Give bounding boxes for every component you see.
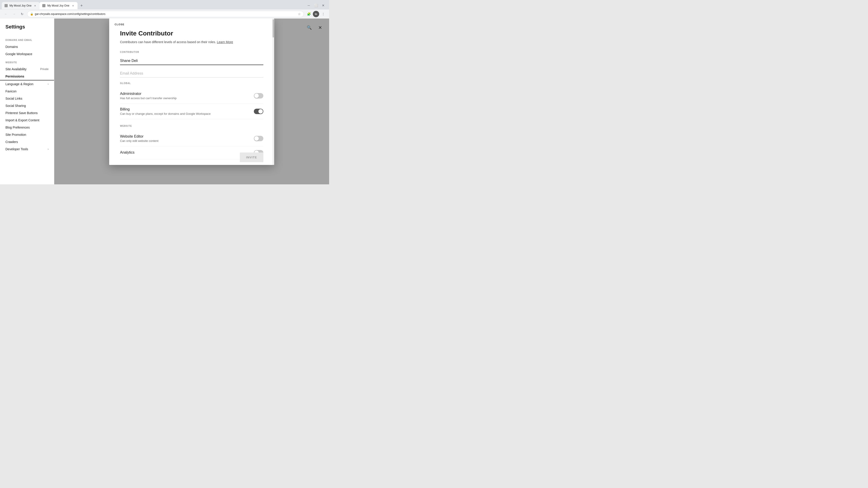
browser-chrome: My Mood Joy One ✕ My Mood Joy One ✕ + ─ … (0, 0, 329, 19)
sidebar-item-blog-preferences[interactable]: Blog Preferences (0, 124, 54, 131)
lock-icon: 🔒 (30, 12, 33, 15)
scroll-thumb (273, 20, 274, 37)
window-maximize-button[interactable]: ⬜ (313, 2, 319, 8)
sidebar-item-site-availability[interactable]: Site Availability Private (0, 66, 54, 73)
sidebar-item-crawlers[interactable]: Crawlers (0, 138, 54, 145)
website-editor-label: Website Editor (120, 134, 158, 138)
tab-2-favicon (42, 4, 45, 7)
tab-2-close[interactable]: ✕ (71, 4, 75, 7)
sidebar-item-language-region[interactable]: Language & Region › (0, 80, 54, 88)
administrator-description: Has full access but can't transfer owner… (120, 96, 177, 100)
section-label-website: Website (0, 58, 54, 66)
sidebar-title: Settings (0, 24, 54, 35)
back-button[interactable]: ← (3, 11, 9, 17)
website-editor-toggle-row: Website Editor Can only edit website con… (120, 131, 264, 147)
sidebar-item-import-export[interactable]: Import & Export Content (0, 117, 54, 124)
browser-actions: 🧩 In ⋮ (306, 11, 327, 17)
modal-scrollbar[interactable] (272, 19, 274, 165)
modal-close-button[interactable]: CLOSE (109, 19, 130, 26)
address-bar[interactable]: 🔒 gar-chrysalis.squarespace.com/config/s… (27, 11, 304, 17)
menu-button[interactable]: ⋮ (320, 11, 327, 17)
tab-bar: My Mood Joy One ✕ My Mood Joy One ✕ + ─ … (0, 0, 329, 9)
site-availability-badge: Private (40, 68, 49, 71)
billing-description: Can buy or change plans, except for doma… (120, 112, 211, 116)
name-field-container (120, 57, 264, 70)
administrator-toggle-knob (254, 94, 259, 98)
billing-toggle-row: Billing Can buy or change plans, except … (120, 104, 264, 119)
sidebar-item-domains[interactable]: Domains (0, 43, 54, 51)
billing-toggle[interactable] (254, 109, 264, 114)
modal-description: Contributors can have different levels o… (120, 40, 264, 44)
website-section-label: WEBSITE (120, 125, 264, 127)
sidebar-item-social-sharing[interactable]: Social Sharing (0, 102, 54, 109)
window-controls: ─ ⬜ ✕ (306, 2, 327, 8)
sidebar-item-favicon[interactable]: Favicon (0, 88, 54, 95)
analytics-label: Analytics (120, 151, 134, 155)
app-container: Settings Domains and Email Domains Googl… (0, 19, 329, 184)
sidebar: Settings Domains and Email Domains Googl… (0, 19, 54, 184)
profile-button[interactable]: In (313, 11, 319, 17)
window-minimize-button[interactable]: ─ (306, 2, 312, 8)
contributor-section-label: CONTRIBUTOR (120, 51, 264, 53)
extensions-button[interactable]: 🧩 (306, 11, 312, 17)
sidebar-item-pinterest-save-buttons[interactable]: Pinterest Save Buttons (0, 109, 54, 117)
new-tab-button[interactable]: + (79, 2, 85, 9)
tab-1-close[interactable]: ✕ (33, 4, 37, 7)
administrator-toggle[interactable] (254, 93, 264, 98)
contributor-email-input[interactable] (120, 70, 264, 77)
contributor-name-input[interactable] (120, 57, 264, 65)
administrator-toggle-row: Administrator Has full access but can't … (120, 88, 264, 104)
sidebar-item-permissions[interactable]: Permissions (0, 73, 54, 80)
developer-arrow-icon: › (48, 148, 49, 151)
tab-2[interactable]: My Mood Joy One ✕ (39, 2, 77, 9)
billing-toggle-knob (258, 109, 263, 113)
administrator-info: Administrator Has full access but can't … (120, 92, 177, 100)
bookmark-icon[interactable]: ☆ (298, 12, 301, 16)
website-editor-toggle-knob (254, 136, 259, 141)
sidebar-item-developer-tools[interactable]: Developer Tools › (0, 145, 54, 153)
main-content: 🔍 ✕ CLOSE Invite Contributor Contributor… (54, 19, 329, 184)
sidebar-item-google-workspace[interactable]: Google Workspace (0, 51, 54, 58)
modal-title: Invite Contributor (120, 30, 264, 37)
billing-info: Billing Can buy or change plans, except … (120, 107, 211, 116)
modal-overlay: CLOSE Invite Contributor Contributors ca… (54, 19, 329, 184)
email-field-container (120, 70, 264, 82)
window-close-button[interactable]: ✕ (320, 2, 327, 8)
website-editor-toggle[interactable] (254, 136, 264, 141)
tab-1[interactable]: My Mood Joy One ✕ (2, 2, 39, 9)
global-section-label: GLOBAL (120, 82, 264, 85)
browser-controls: ← → ↻ 🔒 gar-chrysalis.squarespace.com/co… (0, 9, 329, 19)
administrator-label: Administrator (120, 92, 177, 96)
sidebar-item-site-promotion[interactable]: Site Promotion (0, 131, 54, 138)
language-arrow-icon: › (48, 83, 49, 86)
learn-more-link[interactable]: Learn More (217, 40, 233, 44)
website-editor-info: Website Editor Can only edit website con… (120, 134, 158, 142)
billing-label: Billing (120, 107, 211, 111)
url-text: gar-chrysalis.squarespace.com/config/set… (35, 12, 297, 15)
website-editor-description: Can only edit website content (120, 139, 158, 142)
invite-contributor-modal: CLOSE Invite Contributor Contributors ca… (109, 19, 274, 165)
tab-1-favicon (4, 4, 8, 7)
tab-1-title: My Mood Joy One (9, 4, 31, 7)
forward-button[interactable]: → (11, 11, 17, 17)
section-label-domains: Domains and Email (0, 35, 54, 43)
analytics-info: Analytics (120, 151, 134, 155)
modal-body: Invite Contributor Contributors can have… (109, 26, 274, 165)
invite-button[interactable]: INVITE (240, 153, 264, 162)
sidebar-item-social-links[interactable]: Social Links (0, 95, 54, 102)
tab-2-title: My Mood Joy One (47, 4, 69, 7)
reload-button[interactable]: ↻ (19, 11, 25, 17)
